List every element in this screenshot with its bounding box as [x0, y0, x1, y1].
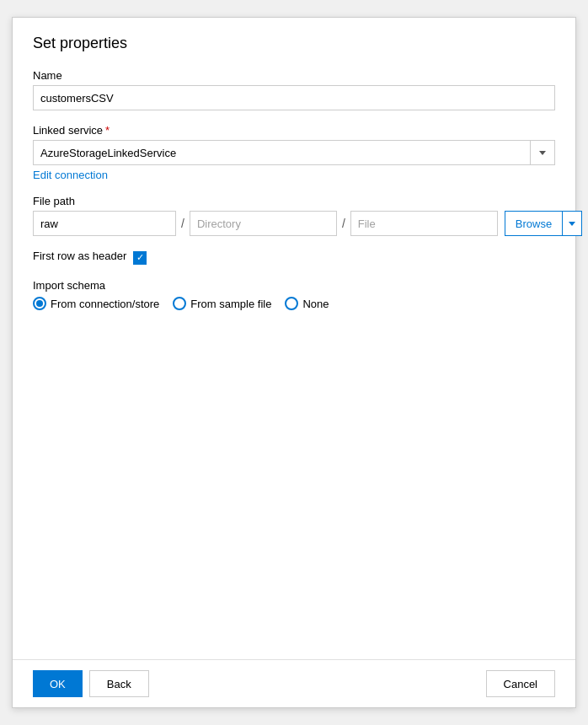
file-path-separator-2: / [337, 211, 350, 236]
radio-circle-none [285, 297, 298, 310]
cancel-button[interactable]: Cancel [486, 670, 555, 697]
browse-button[interactable]: Browse [505, 211, 562, 236]
radio-circle-from-sample [173, 297, 186, 310]
radio-label-from-sample: From sample file [190, 298, 271, 310]
first-row-header-label: First row as header [33, 250, 126, 262]
radio-option-from-sample[interactable]: From sample file [173, 297, 271, 310]
set-properties-dialog: Set properties Name Linked service * Azu… [12, 17, 576, 708]
linked-service-dropdown-wrapper: AzureStorageLinkedService [33, 140, 555, 165]
file-path-field-group: File path / / Browse [33, 195, 555, 236]
file-path-row: / / Browse [33, 211, 555, 236]
edit-connection-link[interactable]: Edit connection [33, 169, 108, 181]
back-button[interactable]: Back [89, 670, 149, 697]
import-schema-section: Import schema From connection/store From… [33, 279, 555, 310]
radio-option-none[interactable]: None [285, 297, 329, 310]
import-schema-radio-group: From connection/store From sample file N… [33, 297, 555, 310]
checkmark-icon: ✓ [136, 253, 144, 262]
dialog-title: Set properties [33, 35, 555, 52]
radio-label-none: None [302, 298, 329, 310]
radio-circle-from-connection [33, 297, 46, 310]
browse-dropdown-button[interactable] [562, 211, 582, 236]
required-indicator: * [105, 124, 110, 137]
name-label: Name [33, 69, 555, 82]
linked-service-field-group: Linked service * AzureStorageLinkedServi… [33, 124, 555, 181]
first-row-header-checkbox[interactable]: ✓ [133, 251, 147, 265]
file-path-separator-1: / [176, 211, 190, 236]
radio-label-from-connection: From connection/store [51, 298, 159, 310]
dialog-content: Set properties Name Linked service * Azu… [13, 18, 575, 659]
first-row-header-row: First row as header ✓ [33, 250, 555, 266]
file-path-directory-input[interactable] [190, 211, 337, 236]
footer-left-buttons: OK Back [33, 670, 149, 697]
ok-button[interactable]: OK [33, 670, 83, 697]
linked-service-dropdown[interactable]: AzureStorageLinkedService [33, 140, 555, 165]
name-field-group: Name [33, 69, 555, 110]
linked-service-label: Linked service * [33, 124, 555, 137]
first-row-header-field-group: First row as header ✓ [33, 250, 555, 266]
file-path-label: File path [33, 195, 555, 207]
radio-option-from-connection[interactable]: From connection/store [33, 297, 159, 310]
dialog-footer: OK Back Cancel [13, 659, 575, 707]
file-path-file-input[interactable] [350, 211, 498, 236]
import-schema-label: Import schema [33, 279, 555, 292]
name-input[interactable] [33, 85, 555, 110]
browse-button-group: Browse [505, 211, 582, 236]
file-path-raw-input[interactable] [33, 211, 176, 236]
